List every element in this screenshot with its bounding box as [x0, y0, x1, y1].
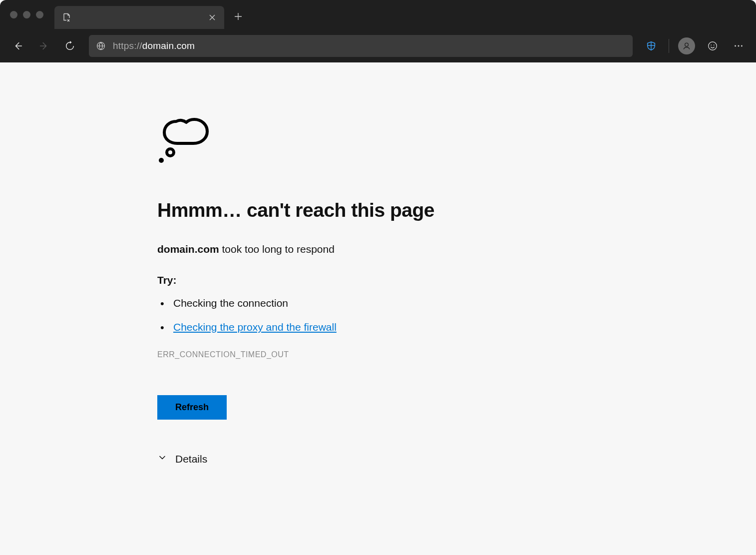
svg-point-1 — [685, 43, 689, 46]
toolbar: https://domain.com — [0, 29, 756, 62]
url-scheme: https:// — [113, 40, 142, 51]
svg-point-7 — [741, 45, 743, 46]
url-domain: domain.com — [142, 40, 195, 51]
svg-point-4 — [714, 44, 715, 45]
feedback-icon[interactable] — [702, 35, 723, 56]
tab-bar — [0, 0, 756, 29]
error-page: Hmmm… can't reach this page domain.com t… — [0, 62, 449, 465]
thought-bubble-icon — [157, 112, 449, 169]
close-window-button[interactable] — [10, 11, 17, 18]
suggestion-item: Checking the connection — [157, 297, 449, 309]
toolbar-right — [641, 35, 749, 56]
proxy-firewall-link[interactable]: Checking the proxy and the firewall — [173, 321, 337, 333]
suggestion-text: Checking the connection — [173, 297, 288, 309]
close-tab-icon[interactable] — [207, 12, 217, 22]
window-controls — [6, 11, 49, 18]
maximize-window-button[interactable] — [36, 11, 43, 18]
new-tab-button[interactable] — [228, 6, 248, 26]
refresh-button[interactable] — [59, 35, 81, 57]
suggestion-list: Checking the connection Checking the pro… — [157, 297, 449, 333]
error-subtitle-text: took too long to respond — [219, 243, 335, 255]
error-code: ERR_CONNECTION_TIMED_OUT — [157, 350, 449, 359]
suggestion-item: Checking the proxy and the firewall — [157, 321, 449, 333]
svg-point-8 — [167, 149, 174, 156]
forward-button[interactable] — [33, 35, 55, 57]
chevron-down-icon — [157, 453, 167, 465]
browser-chrome: https://domain.com — [0, 0, 756, 62]
svg-point-9 — [159, 158, 164, 163]
details-label: Details — [175, 453, 207, 465]
browser-tab[interactable] — [54, 6, 224, 29]
details-toggle[interactable]: Details — [157, 453, 449, 465]
profile-avatar-icon — [678, 37, 695, 54]
svg-point-3 — [711, 44, 712, 45]
error-subtitle: domain.com took too long to respond — [157, 243, 449, 255]
try-label: Try: — [157, 274, 449, 286]
more-menu-icon[interactable] — [728, 35, 749, 56]
profile-button[interactable] — [676, 35, 697, 56]
toolbar-divider — [669, 39, 669, 53]
globe-icon — [96, 41, 106, 51]
svg-point-2 — [709, 41, 717, 50]
error-title: Hmmm… can't reach this page — [157, 199, 449, 221]
svg-point-6 — [738, 45, 740, 46]
svg-point-5 — [735, 45, 736, 46]
url-text: https://domain.com — [113, 40, 195, 51]
refresh-page-button[interactable]: Refresh — [157, 395, 227, 420]
minimize-window-button[interactable] — [23, 11, 30, 18]
tab-error-icon — [61, 12, 71, 22]
error-host: domain.com — [157, 243, 219, 255]
back-button[interactable] — [7, 35, 29, 57]
address-bar[interactable]: https://domain.com — [89, 35, 633, 57]
tracking-prevention-icon[interactable] — [641, 35, 662, 56]
